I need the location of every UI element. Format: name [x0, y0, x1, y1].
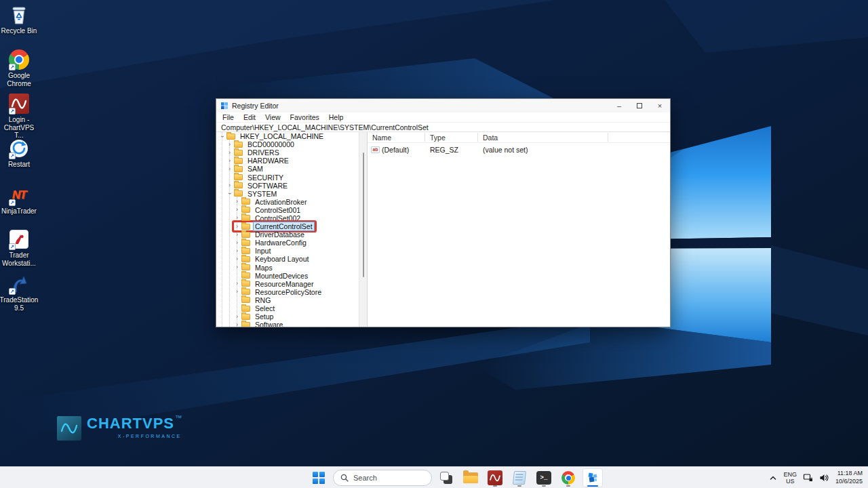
tree-item-mounteddevices[interactable]: ›MountedDevices: [216, 272, 359, 280]
registry-editor-button[interactable]: [583, 468, 603, 487]
chevron-collapsed-icon[interactable]: ›: [234, 224, 240, 230]
folder-icon: [241, 240, 250, 246]
chevron-collapsed-icon[interactable]: ›: [234, 264, 240, 270]
close-button[interactable]: ×: [650, 99, 670, 113]
start-button[interactable]: [309, 468, 329, 487]
tree-item-rng[interactable]: ›RNG: [216, 296, 359, 304]
menu-edit[interactable]: Edit: [239, 113, 260, 121]
tree-item-label: ControlSet001: [253, 206, 302, 214]
menu-help[interactable]: Help: [324, 113, 349, 121]
tree-item-hardware[interactable]: ›HARDWARE: [216, 157, 359, 165]
search-placeholder: Search: [353, 474, 377, 482]
tree-item-software[interactable]: ›SOFTWARE: [216, 182, 359, 190]
desktop-icon-label: TradeStation 9.5: [0, 296, 39, 312]
tree-item-system[interactable]: ›SYSTEM: [216, 190, 359, 198]
clock[interactable]: 11:18 AM 10/6/2025: [835, 470, 863, 485]
tree-item-hardwareconfig[interactable]: ›HardwareConfig: [216, 239, 359, 247]
shortcut-arrow-icon: ↗: [9, 199, 16, 206]
tree-item-label: Setup: [253, 312, 275, 321]
chevron-collapsed-icon[interactable]: ›: [226, 182, 233, 188]
annotation-highlight: ›CurrentControlSet: [234, 222, 315, 230]
tree-item-resourcepolicystore[interactable]: ›ResourcePolicyStore: [216, 288, 359, 296]
column-header-type[interactable]: Type: [425, 134, 478, 142]
chartvps-app-button[interactable]: [485, 468, 505, 487]
address-path: Computer\HKEY_LOCAL_MACHINE\SYSTEM\Curre…: [221, 123, 429, 131]
chevron-collapsed-icon[interactable]: ›: [234, 240, 240, 246]
desktop-icon-google-chrome[interactable]: ↗ Google Chrome: [0, 49, 38, 87]
tree-item-drivers[interactable]: ›DRIVERS: [216, 148, 359, 157]
chevron-collapsed-icon[interactable]: ›: [234, 289, 240, 295]
chevron-collapsed-icon[interactable]: ›: [234, 232, 240, 238]
chevron-collapsed-icon[interactable]: ›: [234, 281, 240, 287]
desktop-icon-trader-workstation[interactable]: ↗ Trader Workstati...: [0, 228, 38, 267]
tree-item-activationbroker[interactable]: ›ActivationBroker: [216, 198, 359, 206]
desktop-icon-restart[interactable]: ↗ Restart: [0, 138, 38, 169]
terminal-button[interactable]: >_: [534, 468, 554, 487]
tree-item-resourcemanager[interactable]: ›ResourceManager: [216, 280, 359, 288]
tree-item-label: ActivationBroker: [253, 198, 309, 206]
chevron-expanded-icon[interactable]: ›: [219, 134, 225, 140]
tree-item-security[interactable]: ›SECURITY: [216, 173, 359, 181]
tree-item-driverdatabase[interactable]: ›DriverDatabase: [216, 230, 359, 239]
tree-item-keyboard-layout[interactable]: ›Keyboard Layout: [216, 255, 359, 263]
tree-item-select[interactable]: ›Select: [216, 304, 359, 312]
desktop-icon-tradestation[interactable]: ↗ TradeStation 9.5: [0, 273, 38, 312]
registry-values-pane: Name Type Data (Default) REG_SZ (value n…: [367, 132, 670, 327]
window-titlebar[interactable]: Registry Editor – ×: [216, 99, 670, 113]
tray-chevron-button[interactable]: [769, 474, 777, 481]
chevron-collapsed-icon[interactable]: ›: [226, 158, 233, 164]
language-indicator[interactable]: ENG US: [783, 471, 797, 485]
chevron-collapsed-icon[interactable]: ›: [234, 322, 240, 327]
maximize-button[interactable]: [629, 99, 650, 113]
column-header-data[interactable]: Data: [478, 134, 670, 142]
tree-item-setup[interactable]: ›Setup: [216, 312, 359, 321]
column-separator[interactable]: [477, 133, 478, 142]
folder-icon: [241, 232, 250, 238]
network-icon[interactable]: [803, 473, 813, 483]
tree-item-controlset001[interactable]: ›ControlSet001: [216, 206, 359, 214]
chevron-collapsed-icon[interactable]: ›: [234, 314, 240, 320]
desktop-icon-ninjatrader[interactable]: NT ↗ NinjaTrader: [0, 184, 38, 216]
tree-item-input[interactable]: ›Input: [216, 247, 359, 255]
chevron-collapsed-icon[interactable]: ›: [234, 256, 240, 262]
tree-item-software[interactable]: ›Software: [216, 321, 359, 327]
chevron-collapsed-icon[interactable]: ›: [234, 207, 240, 213]
chevron-collapsed-icon[interactable]: ›: [234, 215, 240, 221]
desktop-icon-recycle-bin[interactable]: Recycle Bin: [0, 4, 38, 35]
folder-icon: [241, 306, 250, 312]
column-separator[interactable]: [608, 133, 608, 142]
file-explorer-button[interactable]: [460, 468, 481, 487]
tree-scrollbar-thumb[interactable]: [363, 152, 364, 277]
search-input[interactable]: Search: [333, 470, 432, 486]
folder-icon: [241, 297, 250, 303]
tree-item-sam[interactable]: ›SAM: [216, 165, 359, 173]
minimize-button[interactable]: –: [609, 99, 629, 113]
tree-item-hkey-local-machine[interactable]: ›HKEY_LOCAL_MACHINE: [216, 132, 359, 140]
chevron-collapsed-icon[interactable]: ›: [226, 142, 233, 148]
chevron-collapsed-icon[interactable]: ›: [226, 166, 233, 172]
menu-view[interactable]: View: [260, 113, 285, 121]
chevron-collapsed-icon[interactable]: ›: [234, 248, 240, 254]
notes-app-icon: [513, 471, 526, 485]
column-separator[interactable]: [425, 133, 425, 142]
folder-icon: [241, 322, 250, 327]
tree-item-currentcontrolset[interactable]: ›CurrentControlSet: [216, 222, 359, 230]
chevron-expanded-icon[interactable]: ›: [226, 190, 233, 197]
tree-item-maps[interactable]: ›Maps: [216, 264, 359, 272]
menu-file[interactable]: File: [218, 113, 239, 121]
volume-icon[interactable]: [819, 473, 829, 483]
registry-value-row[interactable]: (Default) REG_SZ (value not set): [368, 144, 670, 155]
tree-item-bcd00000000[interactable]: ›BCD00000000: [216, 140, 359, 148]
chevron-collapsed-icon[interactable]: ›: [234, 199, 240, 205]
chrome-button[interactable]: [558, 468, 578, 487]
chevron-collapsed-icon[interactable]: ›: [226, 150, 233, 156]
address-bar[interactable]: Computer\HKEY_LOCAL_MACHINE\SYSTEM\Curre…: [216, 122, 670, 132]
menu-favorites[interactable]: Favorites: [285, 113, 324, 121]
tree-scrollbar[interactable]: [359, 132, 367, 327]
task-view-button[interactable]: [436, 468, 456, 487]
shortcut-arrow-icon: ↗: [9, 152, 16, 159]
notes-app-button[interactable]: [509, 468, 530, 487]
desktop-icon-login-chartvps[interactable]: ↗ Login - ChartVPS T...: [0, 93, 38, 140]
registry-editor-icon: [220, 102, 229, 110]
column-header-name[interactable]: Name: [368, 134, 425, 142]
